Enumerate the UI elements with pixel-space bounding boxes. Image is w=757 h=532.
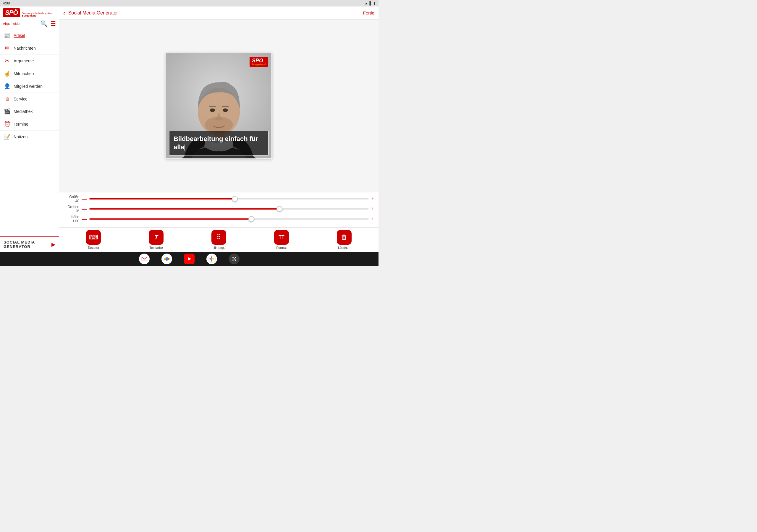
text-overlay-box[interactable]: Bildbearbeitung einfach für alle <box>169 131 268 156</box>
sidebar-item-service[interactable]: 🖥 Service <box>0 93 59 105</box>
status-icons: ▲ ▌ ▮ <box>365 1 376 5</box>
svg-point-19 <box>232 259 234 261</box>
groesse-label: Größe <box>63 195 79 199</box>
nachrichten-icon: ✉ <box>4 45 11 51</box>
spoe-badge-label: SPÖ <box>252 58 263 64</box>
text-cursor <box>185 144 185 151</box>
sidebar-label-argumente: Argumente <box>14 59 34 63</box>
wifi-icon: ▲ <box>365 1 368 5</box>
hoehe-label: Höhe <box>63 215 79 219</box>
sidebar-label-nachrichten: Nachrichten <box>14 46 36 50</box>
format-label: Format <box>277 246 287 250</box>
groesse-plus-button[interactable]: + <box>371 196 374 202</box>
spoe-badge-sub: Burgenland <box>252 63 265 66</box>
canvas-wrapper: SPÖ Burgenland Bildbearbeitung einfach f… <box>59 19 378 192</box>
drehen-value: 0° <box>63 209 79 213</box>
hoehe-minus-button[interactable]: — <box>82 216 87 222</box>
tastatur-button[interactable]: ⌨ Tastatur <box>86 230 101 250</box>
sidebar-action-icons: 🔍 ☰ <box>40 20 56 27</box>
groesse-slider-row: Größe 40 — + <box>63 195 374 203</box>
sidebar-item-termine[interactable]: ⏰ Termine <box>0 118 59 131</box>
app-container: SPÖ Ganz oben steht das Burgenland. Burg… <box>0 7 378 252</box>
android-navbar <box>0 252 378 266</box>
sidebar-item-mediathek[interactable]: 🎬 Mediathek <box>0 105 59 118</box>
groesse-value: 40 <box>63 199 79 203</box>
status-bar: 4:09 ▲ ▌ ▮ <box>0 0 378 7</box>
hintergrund-button[interactable]: ⠿ Hintergr. <box>211 230 226 250</box>
drehen-plus-button[interactable]: + <box>371 206 374 212</box>
drehen-label-block: Drehen 0° <box>63 205 79 213</box>
sidebar-label-termine: Termine <box>14 122 28 127</box>
sidebar-label-service: Service <box>14 97 27 102</box>
textfarbe-label: Textfarbe <box>149 246 163 250</box>
sidebar-label-mediathek: Mediathek <box>14 109 33 114</box>
gmail-icon[interactable] <box>139 253 150 264</box>
sidebar-item-notizen[interactable]: 📝 Notizen <box>0 131 59 143</box>
drehen-label: Drehen <box>63 205 79 209</box>
bottom-toolbar: ⌨ Tastatur T Textfarbe ⠿ Hintergr. TT Fo… <box>59 227 378 252</box>
hoehe-plus-button[interactable]: + <box>371 216 374 222</box>
svg-point-18 <box>235 257 236 258</box>
drehen-slider-track[interactable] <box>89 208 369 210</box>
canvas-image[interactable]: SPÖ Burgenland Bildbearbeitung einfach f… <box>166 53 272 159</box>
mitmachen-icon: ☝ <box>4 70 11 77</box>
groesse-slider-fill <box>89 198 235 199</box>
sidebar-item-artikel[interactable]: 📰 Artikel <box>0 29 59 42</box>
sliders-area: Größe 40 — + Drehen 0° — <box>59 192 378 227</box>
done-button[interactable]: ⊣ Fertig <box>358 10 374 16</box>
sidebar-item-mitglied[interactable]: 👤 Mitglied werden <box>0 80 59 93</box>
service-icon: 🖥 <box>4 96 11 102</box>
format-button[interactable]: TT Format <box>274 230 289 250</box>
spoe-badge: SPÖ Burgenland <box>250 57 268 67</box>
svg-point-21 <box>234 258 235 259</box>
sidebar-top-actions: Abgemeldet 🔍 ☰ <box>0 18 59 29</box>
content-area: ‹ Social Media Generator ⊣ Fertig <box>59 7 378 252</box>
svg-point-17 <box>232 257 234 258</box>
photos-icon[interactable] <box>206 253 217 264</box>
youtube-icon[interactable] <box>184 253 195 264</box>
menu-icon[interactable]: ☰ <box>50 20 56 27</box>
apps-icon[interactable] <box>229 253 239 264</box>
sidebar-item-nachrichten[interactable]: ✉ Nachrichten <box>0 42 59 55</box>
groesse-label-block: Größe 40 <box>63 195 79 203</box>
drehen-slider-row: Drehen 0° — + <box>63 205 374 213</box>
loeschen-button[interactable]: 🗑 Löschen <box>337 230 351 250</box>
drehen-slider-thumb[interactable] <box>277 206 283 212</box>
loeschen-icon: 🗑 <box>337 230 351 245</box>
drehen-slider-fill <box>89 208 280 210</box>
sidebar-label-artikel: Artikel <box>14 33 25 38</box>
logo-area: SPÖ Ganz oben steht das Burgenland. Burg… <box>0 7 59 18</box>
done-icon: ⊣ <box>358 10 362 16</box>
textfarbe-icon: T <box>149 230 164 245</box>
groesse-slider-track[interactable] <box>89 198 369 199</box>
sidebar-label-mitglied: Mitglied werden <box>14 84 43 89</box>
done-label: Fertig <box>363 10 374 15</box>
status-time: 4:09 <box>3 1 10 5</box>
drehen-minus-button[interactable]: — <box>82 206 87 212</box>
header-bar: ‹ Social Media Generator ⊣ Fertig <box>59 7 378 19</box>
text-overlay-content: Bildbearbeitung einfach für alle <box>173 135 264 152</box>
tastatur-icon: ⌨ <box>86 230 101 245</box>
mitglied-icon: 👤 <box>4 83 11 90</box>
termine-icon: ⏰ <box>4 121 11 127</box>
argumente-icon: ✂ <box>4 58 11 64</box>
tastatur-label: Tastatur <box>87 246 99 250</box>
sidebar-item-argumente[interactable]: ✂ Argumente <box>0 55 59 67</box>
hintergrund-icon: ⠿ <box>211 230 226 245</box>
sidebar-footer: SOCIAL MEDIA GENERATOR ▶ <box>0 236 59 252</box>
chrome-icon[interactable] <box>162 253 172 264</box>
logo-right: Ganz oben steht das Burgenland. Burgenla… <box>21 12 52 17</box>
overlay-text: Bildbearbeitung einfach für alle <box>173 135 258 151</box>
svg-point-12 <box>166 258 168 260</box>
svg-point-7 <box>223 108 228 112</box>
back-button[interactable]: ‹ <box>63 10 65 16</box>
groesse-minus-button[interactable]: — <box>82 196 87 202</box>
hoehe-slider-track[interactable] <box>89 219 369 220</box>
search-icon[interactable]: 🔍 <box>40 20 47 27</box>
hoehe-slider-thumb[interactable] <box>248 216 254 222</box>
textfarbe-button[interactable]: T Textfarbe <box>149 230 164 250</box>
groesse-slider-thumb[interactable] <box>232 196 238 202</box>
sidebar-item-mitmachen[interactable]: ☝ Mitmachen <box>0 67 59 80</box>
svg-point-20 <box>235 259 236 261</box>
format-icon: TT <box>274 230 289 245</box>
